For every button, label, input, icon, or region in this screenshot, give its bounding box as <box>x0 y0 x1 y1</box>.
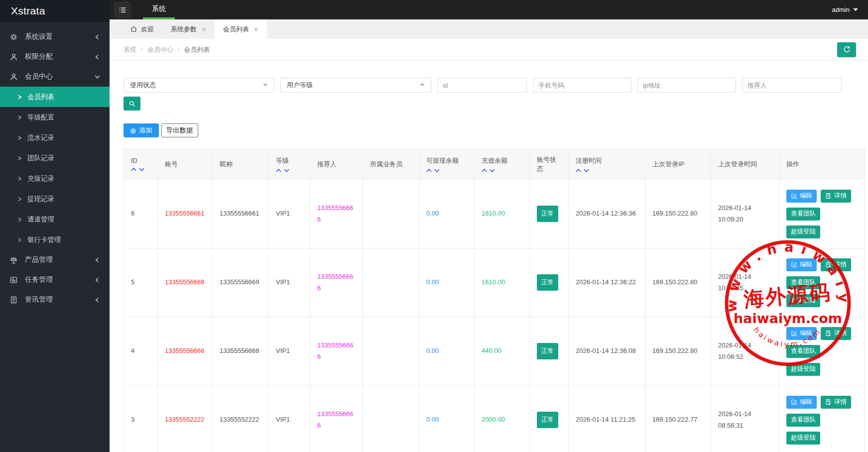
id-input[interactable] <box>437 78 527 93</box>
sidebar-item-flow-records[interactable]: > 流水记录 <box>0 127 110 148</box>
col-id[interactable]: ID <box>124 149 158 180</box>
status-badge: 正常 <box>537 343 558 359</box>
detail-button[interactable]: 详情 <box>821 396 851 409</box>
table-row: 4 13355556668 13355556668 VIP1 133555566… <box>124 317 865 386</box>
member-list-page: 使用状态 用户等级 ⊕ 添加 <box>110 61 868 452</box>
view-team-button[interactable]: 查看团队 <box>786 208 820 221</box>
sort-asc-icon[interactable] <box>576 169 581 172</box>
detail-button[interactable]: 详情 <box>821 258 851 271</box>
sidebar-item-product-mgmt[interactable]: 产品管理 <box>0 250 110 270</box>
sidebar-item-news-mgmt[interactable]: 资讯管理 <box>0 290 110 310</box>
chevron-left-icon <box>94 54 101 60</box>
sidebar-item-member-center[interactable]: 会员中心 <box>0 67 110 87</box>
cell-account[interactable]: 13355556661 <box>165 210 205 217</box>
edit-icon <box>791 193 797 199</box>
detail-button[interactable]: 详情 <box>821 327 851 340</box>
breadcrumb-item[interactable]: 会员列表 <box>184 45 210 54</box>
sidebar-item-task-mgmt[interactable]: 任务管理 <box>0 270 110 290</box>
table-header: ID 账号 昵称 等级 <box>124 149 865 180</box>
referrer-input[interactable] <box>742 78 842 93</box>
sidebar-item-label: 充值记录 <box>27 174 54 183</box>
tab-member-list[interactable]: 会员列表 × <box>215 19 267 39</box>
sidebar-item-level-config[interactable]: > 等级配置 <box>0 107 110 127</box>
sort-desc-icon[interactable] <box>139 168 144 171</box>
sidebar-item-label: 银行卡管理 <box>27 235 61 244</box>
phone-input[interactable] <box>533 78 631 93</box>
view-team-button[interactable]: 查看团队 <box>786 414 820 427</box>
sort-asc-icon[interactable] <box>426 169 432 172</box>
status-select[interactable]: 使用状态 <box>124 78 274 93</box>
cell-referrer[interactable]: 13355556666 <box>317 341 353 360</box>
col-regtime[interactable]: 注册时间 <box>569 149 645 180</box>
edit-button[interactable]: 编辑 <box>786 396 817 409</box>
breadcrumb-item[interactable]: 系统 <box>124 45 136 54</box>
sort-desc-icon[interactable] <box>284 169 289 172</box>
chevron-right-icon: > <box>18 174 21 183</box>
sidebar-item-channel-mgmt[interactable]: > 通道管理 <box>0 209 110 229</box>
sidebar-item-team-records[interactable]: > 团队记录 <box>0 148 110 168</box>
cell-account[interactable]: 13355552222 <box>165 416 205 423</box>
edit-button[interactable]: 编辑 <box>786 327 817 340</box>
col-nickname: 昵称 <box>213 149 269 180</box>
sidebar-item-withdraw-records[interactable]: > 提现记录 <box>0 189 110 209</box>
view-team-button[interactable]: 查看团队 <box>786 345 820 358</box>
sort-asc-icon[interactable] <box>276 169 281 172</box>
chevron-right-icon: > <box>18 154 21 163</box>
user-icon <box>9 52 18 61</box>
close-icon[interactable]: × <box>254 25 258 33</box>
cell-last-ip: 169.150.222.77 <box>652 416 697 423</box>
col-withdrawable[interactable]: 可提现余额 <box>419 149 475 180</box>
ip-input[interactable] <box>637 78 736 93</box>
cell-referrer[interactable]: 13355556666 <box>317 410 353 429</box>
refresh-button[interactable] <box>837 42 856 57</box>
search-button[interactable] <box>124 97 140 111</box>
sidebar-menu: 系统设置 权限分配 会员中心 <box>0 22 110 310</box>
sort-desc-icon[interactable] <box>434 169 440 172</box>
sidebar-item-recharge-records[interactable]: > 充值记录 <box>0 168 110 189</box>
close-icon[interactable]: × <box>202 25 206 33</box>
sidebar-item-system-settings[interactable]: 系统设置 <box>0 27 110 47</box>
chevron-right-icon: > <box>18 93 21 102</box>
breadcrumb-item[interactable]: 会员中心 <box>147 45 173 54</box>
sidebar-item-permissions[interactable]: 权限分配 <box>0 47 110 67</box>
edit-button[interactable]: 编辑 <box>786 258 817 271</box>
sort-asc-icon[interactable] <box>131 168 136 171</box>
detail-icon <box>825 193 832 199</box>
detail-button[interactable]: 详情 <box>821 190 851 203</box>
cell-withdrawable: 0.00 <box>426 416 439 423</box>
cell-account[interactable]: 13355556669 <box>165 278 205 286</box>
menu-toggle-button[interactable] <box>114 1 131 18</box>
tab-welcome[interactable]: 欢迎 <box>122 19 162 39</box>
super-login-button[interactable]: 超级登陆 <box>786 363 820 376</box>
cell-referrer[interactable]: 13355556666 <box>317 204 353 223</box>
col-level[interactable]: 等级 <box>269 149 310 180</box>
detail-icon <box>825 330 832 337</box>
sidebar-item-member-list[interactable]: > 会员列表 <box>0 87 110 107</box>
caret-down-icon <box>853 8 858 11</box>
super-login-button[interactable]: 超级登陆 <box>786 432 820 445</box>
chevron-right-icon: > <box>18 113 21 122</box>
app-logo[interactable]: Xstrata <box>0 0 110 22</box>
topnav-system[interactable]: 系统 <box>143 0 175 19</box>
status-badge: 正常 <box>537 412 558 428</box>
view-team-button[interactable]: 查看团队 <box>786 276 820 289</box>
col-last-ip: 上次登录IP <box>645 149 711 180</box>
add-button[interactable]: ⊕ 添加 <box>124 123 159 137</box>
super-login-button[interactable]: 超级登陆 <box>786 294 820 307</box>
cell-account[interactable]: 13355556668 <box>165 347 205 354</box>
cell-reg-time: 2026-01-14 12:36:08 <box>576 347 636 354</box>
user-menu[interactable]: admin <box>832 0 858 19</box>
cell-referrer[interactable]: 13355556666 <box>317 273 353 291</box>
chevron-left-icon <box>94 297 101 303</box>
sidebar-item-bankcard-mgmt[interactable]: > 银行卡管理 <box>0 229 110 250</box>
cell-reg-time: 2026-01-14 12:36:22 <box>576 278 636 286</box>
level-select[interactable]: 用户等级 <box>280 78 431 93</box>
tab-system-params[interactable]: 系统参数 × <box>162 19 215 39</box>
super-login-button[interactable]: 超级登陆 <box>786 226 820 238</box>
sort-desc-icon[interactable] <box>584 169 589 172</box>
export-button[interactable]: 导出数据 <box>161 123 198 137</box>
col-recharge[interactable]: 充值余额 <box>475 149 530 180</box>
edit-button[interactable]: 编辑 <box>786 190 817 203</box>
sort-asc-icon[interactable] <box>482 169 487 172</box>
sort-desc-icon[interactable] <box>490 169 495 172</box>
